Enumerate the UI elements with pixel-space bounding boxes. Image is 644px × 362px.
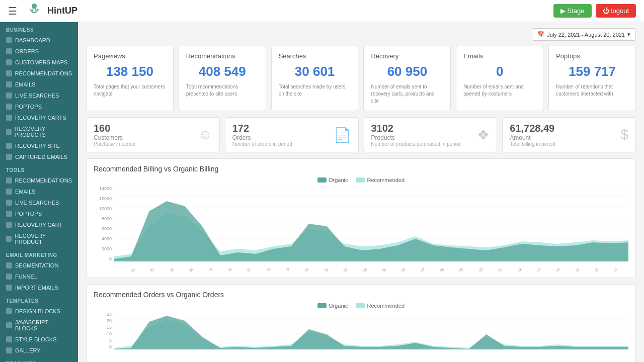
metric-card-products: 3102 Products Number of products purchas… — [364, 117, 498, 152]
sidebar-label: POPTOPS — [15, 211, 42, 217]
stage-icon: ▶ — [560, 7, 566, 15]
stat-value-4: 0 — [463, 64, 536, 79]
stage-button[interactable]: ▶ Stage — [553, 4, 592, 18]
metric-value-0: 160 — [94, 123, 135, 134]
logout-icon: ⏻ — [603, 7, 609, 15]
recoverysite-icon — [6, 143, 12, 149]
stat-card-emails: Emails 0 Number of emails sent and opene… — [456, 46, 543, 111]
sidebar-label: STYLE BLOCKS — [15, 336, 57, 342]
sidebar-item-recommendations[interactable]: RECOMMENDATIONS — [0, 175, 78, 186]
legend-recommended2: Recommended — [356, 303, 405, 309]
sidebar-item-recovery-cart[interactable]: RECOVERY CART — [0, 219, 78, 230]
sidebar-item-import-emails[interactable]: IMPORT EMAILS — [0, 282, 78, 293]
sidebar-item-orders[interactable]: ORDERS — [0, 46, 78, 57]
metric-value-2: 3102 — [371, 123, 461, 134]
sidebar-item-style-blocks[interactable]: STYLE BLOCKS — [0, 334, 78, 345]
date-filter-button[interactable]: 📅 July 22, 2021 - August 20, 2021 ▾ — [532, 28, 636, 41]
sidebar-item-captured-emails[interactable]: CAPTURED EMAILS — [0, 151, 78, 162]
sidebar-item-recovery-site[interactable]: RECOVERY SITE — [0, 140, 78, 151]
sidebar-label: JAVASCRIPT BLOCKS — [15, 319, 72, 331]
sidebar-label: FUNNEL — [15, 274, 37, 280]
sidebar-label: IMPORT EMAILS — [15, 285, 58, 291]
sidebar-item-segmentation[interactable]: SEGMENTATION — [0, 260, 78, 271]
emails-icon — [6, 81, 12, 87]
stat-title-0: Pageviews — [94, 52, 166, 60]
recoveryproducts-icon — [6, 129, 12, 135]
sidebar-label: POPTOPS — [15, 104, 42, 110]
t-poptops-icon — [6, 211, 12, 217]
t-livesearches-icon — [6, 200, 12, 206]
sidebar-item-live-searches[interactable]: LIVE SEARCHES — [0, 90, 78, 101]
sidebar-item-live-searches[interactable]: LIVE SEARCHES — [0, 197, 78, 208]
legend-organic-box — [317, 177, 327, 183]
dashboard-icon — [6, 37, 12, 43]
sidebar-item-emails[interactable]: EMAILS — [0, 79, 78, 90]
sidebar-label: CAPTURED EMAILS — [15, 154, 67, 160]
sidebar-item-gallery[interactable]: GALLERY — [0, 345, 78, 356]
customers-icon — [6, 59, 12, 65]
metrics-row: 160 Customers Purchase in period ☺ 172 O… — [86, 117, 636, 152]
chart-billing-legend: Organic Recommended — [94, 177, 628, 183]
legend-organic2: Organic — [317, 303, 348, 309]
sidebar-item-recovery-products[interactable]: RECOVERY PRODUCTS — [0, 123, 78, 140]
sidebar-item-poptops[interactable]: POPTOPS — [0, 101, 78, 112]
logout-button[interactable]: ⏻ logout — [596, 4, 636, 18]
logo-icon — [25, 2, 43, 20]
body-wrapper: BUSINESSDASHBOARDORDERSCUSTOMERS MAPSREC… — [0, 22, 644, 362]
metric-value-3: 61,728.49 — [510, 123, 555, 134]
chart-billing: Recommended Billing vs Organic Billing O… — [86, 158, 636, 278]
legend-recommended-label: Recommended — [367, 177, 405, 183]
sidebar-section-email-marketing: EMAIL MARKETING — [0, 247, 78, 260]
sidebar-item-emails[interactable]: EMAILS — [0, 186, 78, 197]
stat-desc-5: Number of retentions that customers inte… — [556, 83, 628, 98]
chart-billing-container: 14000120001000080006000400020000 — [94, 186, 628, 272]
metric-desc-1: Number of orders in period — [232, 141, 292, 147]
sidebar-item-dashboard[interactable]: DASHBOARD — [0, 35, 78, 46]
sidebar-label: ORDERS — [15, 48, 39, 54]
sidebar-label: SEGMENTATION — [15, 262, 58, 268]
metric-card-customers: 160 Customers Purchase in period ☺ — [86, 117, 220, 152]
jsblocks-icon — [6, 322, 12, 328]
sidebar-item-customers-maps[interactable]: CUSTOMERS MAPS — [0, 57, 78, 68]
stats-row: Pageviews 138 150 Total pages that your … — [86, 46, 636, 111]
importemails-icon — [6, 285, 12, 291]
sidebar-section-templates: TEMPLATES — [0, 293, 78, 306]
chart-billing-yaxis: 14000120001000080006000400020000 — [94, 186, 114, 261]
stat-title-4: Emails — [463, 52, 536, 60]
sidebar-label: RECOVERY PRODUCT — [15, 233, 72, 245]
sidebar-section-tools: TOOLS — [0, 162, 78, 175]
sidebar-item-poptops[interactable]: POPTOPS — [0, 208, 78, 219]
chart-billing-area — [114, 186, 628, 261]
chart-orders-area — [114, 312, 628, 349]
sidebar-item-recommendations[interactable]: RECOMMENDATIONS — [0, 68, 78, 79]
metric-info-3: 61,728.49 Amount Total billing in period — [510, 123, 555, 147]
header: ☰ HintUP ▶ Stage ⏻ logout — [0, 0, 644, 22]
sidebar-label: RECOVERY SITE — [15, 143, 60, 149]
sidebar-item-recovery-product[interactable]: RECOVERY PRODUCT — [0, 230, 78, 247]
designblocks-icon — [6, 308, 12, 314]
sidebar-label: DASHBOARD — [15, 37, 50, 43]
stat-card-recovery: Recovery 60 950 Number of emails sent to… — [363, 46, 451, 111]
chart-orders-yaxis: 2520151050 — [94, 312, 114, 349]
legend-organic-box2 — [317, 303, 327, 308]
sidebar-item-javascript-blocks[interactable]: JAVASCRIPT BLOCKS — [0, 317, 78, 334]
sidebar-item-funnel[interactable]: FUNNEL — [0, 271, 78, 282]
metric-desc-0: Purchase in period — [94, 141, 135, 147]
sidebar-section-business: BUSINESS — [0, 22, 78, 35]
dollar-icon: $ — [620, 127, 628, 143]
sidebar-item-design-blocks[interactable]: DESIGN BLOCKS — [0, 306, 78, 317]
chart-orders-title: Recommended Orders vs Organic Orders — [94, 291, 628, 299]
capturedemails-icon — [6, 154, 12, 160]
chevron-down-icon: ▾ — [627, 31, 630, 38]
sidebar-label: DESIGN BLOCKS — [15, 308, 60, 314]
t-emails-icon — [6, 189, 12, 195]
stat-desc-1: Total recommendations presented to site … — [186, 83, 259, 98]
hamburger-button[interactable]: ☰ — [8, 5, 17, 17]
stat-card-recomendations: Recomendations 408 549 Total recommendat… — [179, 46, 266, 111]
logo: HintUP — [25, 2, 77, 20]
stat-value-5: 159 717 — [556, 64, 628, 79]
stat-title-1: Recomendations — [186, 52, 259, 60]
sidebar-label: LIVE SEARCHES — [15, 200, 59, 206]
sidebar-item-recovery-carts[interactable]: RECOVERY CARTS — [0, 112, 78, 123]
livesearches-icon — [6, 93, 12, 99]
